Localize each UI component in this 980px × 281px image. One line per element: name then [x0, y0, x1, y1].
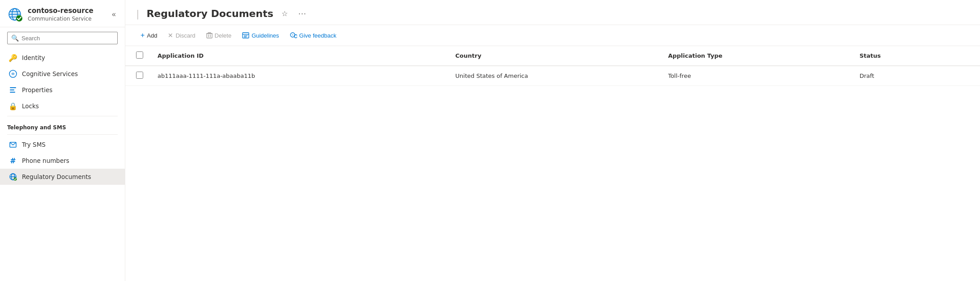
select-all-checkbox[interactable] — [136, 51, 143, 59]
sidebar-collapse-button[interactable]: « — [110, 9, 118, 20]
sidebar-item-try-sms[interactable]: Try SMS — [0, 136, 125, 153]
sidebar-header: contoso-resource Communication Service « — [0, 0, 125, 27]
delete-button[interactable]: Delete — [202, 30, 236, 42]
sidebar: contoso-resource Communication Service «… — [0, 0, 125, 281]
svg-rect-8 — [10, 87, 16, 88]
properties-icon — [9, 85, 17, 94]
more-options-button[interactable]: ··· — [296, 7, 309, 20]
add-icon: + — [141, 31, 145, 39]
regulatory-documents-table: Application ID Country Application Type … — [125, 46, 980, 86]
select-all-header[interactable] — [125, 46, 150, 66]
discard-icon: ✕ — [168, 32, 173, 39]
guidelines-button[interactable]: Guidelines — [238, 30, 283, 42]
cell-country: United States of America — [448, 66, 661, 86]
search-input[interactable] — [21, 35, 114, 42]
feedback-icon — [290, 32, 297, 38]
discard-button[interactable]: ✕ Discard — [163, 29, 200, 42]
svg-rect-20 — [243, 33, 249, 38]
delete-icon — [206, 32, 213, 38]
col-header-application-id: Application ID — [150, 46, 448, 66]
section-divider-2 — [7, 134, 118, 135]
search-icon: 🔍 — [11, 34, 19, 42]
main-content: | Regulatory Documents ☆ ··· + Add ✕ Dis… — [125, 0, 980, 281]
sidebar-item-label: Locks — [22, 102, 39, 110]
locks-icon: 🔒 — [9, 102, 17, 111]
main-header: | Regulatory Documents ☆ ··· — [125, 0, 980, 25]
sidebar-item-properties[interactable]: Properties — [0, 82, 125, 98]
col-header-country: Country — [448, 46, 661, 66]
resource-name: contoso-resource — [28, 7, 106, 16]
col-header-application-type: Application Type — [661, 46, 852, 66]
regulatory-documents-icon — [9, 172, 17, 181]
sidebar-nav: 🔑 Identity Cognitive Services Properties… — [0, 47, 125, 281]
star-icon: ☆ — [281, 9, 288, 18]
add-button[interactable]: + Add — [136, 29, 162, 42]
sidebar-item-phone-numbers[interactable]: # Phone numbers — [0, 153, 125, 169]
sidebar-item-locks[interactable]: 🔒 Locks — [0, 98, 125, 114]
svg-rect-10 — [10, 92, 15, 93]
svg-rect-9 — [10, 89, 14, 90]
sidebar-item-label: Identity — [22, 54, 45, 61]
give-feedback-button[interactable]: Give feedback — [285, 30, 341, 42]
sidebar-item-label: Try SMS — [22, 141, 46, 148]
sidebar-item-label: Phone numbers — [22, 157, 69, 164]
sidebar-item-label: Cognitive Services — [22, 70, 78, 77]
svg-point-26 — [292, 34, 294, 36]
toolbar: + Add ✕ Discard Delete — [125, 25, 980, 46]
sidebar-item-cognitive-services[interactable]: Cognitive Services — [0, 66, 125, 82]
cell-application-id: ab111aaa-1111-111a-abaaba11b — [150, 66, 448, 86]
resource-title-block: contoso-resource Communication Service — [28, 7, 106, 22]
guidelines-icon — [242, 32, 249, 38]
col-header-status: Status — [852, 46, 980, 66]
title-separator: | — [136, 8, 139, 19]
cell-application-type: Toll-free — [661, 66, 852, 86]
table-area: Application ID Country Application Type … — [125, 46, 980, 281]
sidebar-item-label: Regulatory Documents — [22, 173, 91, 180]
section-divider — [7, 116, 118, 116]
sidebar-search-box[interactable]: 🔍 — [7, 32, 118, 44]
favorite-button[interactable]: ☆ — [279, 8, 290, 20]
resource-logo — [7, 6, 23, 22]
row-checkbox-cell[interactable] — [125, 66, 150, 86]
cognitive-services-icon — [9, 69, 17, 78]
resource-type: Communication Service — [28, 16, 106, 22]
sidebar-item-label: Properties — [22, 86, 52, 94]
sidebar-search-row: 🔍 — [0, 27, 125, 47]
svg-rect-16 — [207, 34, 212, 38]
try-sms-icon — [9, 140, 17, 149]
telephony-section-title: Telephony and SMS — [0, 118, 125, 132]
identity-icon: 🔑 — [9, 53, 17, 62]
table-header-row: Application ID Country Application Type … — [125, 46, 980, 66]
sidebar-item-identity[interactable]: 🔑 Identity — [0, 50, 125, 66]
table-row[interactable]: ab111aaa-1111-111a-abaaba11b United Stat… — [125, 66, 980, 86]
page-title: Regulatory Documents — [146, 8, 273, 19]
more-icon: ··· — [298, 9, 307, 18]
cell-status: Draft — [852, 66, 980, 86]
sidebar-item-regulatory-documents[interactable]: Regulatory Documents — [0, 169, 125, 185]
phone-numbers-icon: # — [9, 156, 17, 165]
row-checkbox[interactable] — [136, 72, 143, 79]
